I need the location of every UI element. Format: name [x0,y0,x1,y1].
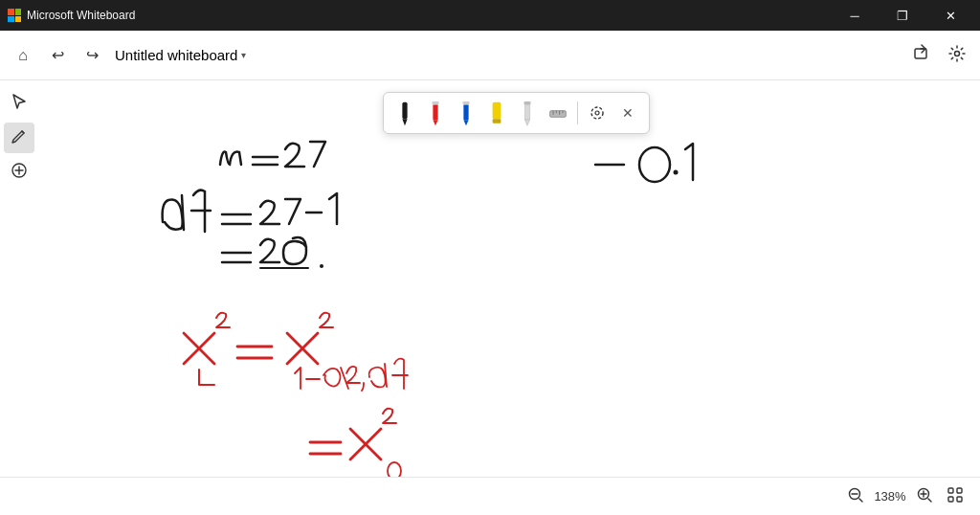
pen-icon [11,127,28,148]
undo-button[interactable]: ↩ [42,40,73,71]
zoom-out-button[interactable] [842,483,869,510]
bottom-bar: 138% [0,477,980,515]
minimize-button[interactable]: ─ [833,0,877,31]
fit-to-screen-icon [947,486,964,507]
close-toolbar-button[interactable]: ✕ [614,100,641,126]
svg-rect-13 [524,101,531,105]
svg-marker-10 [463,120,468,125]
app-bar: ⌂ ↩ ↪ Untitled whiteboard ▾ [0,31,980,80]
zoom-out-icon [847,486,864,507]
svg-rect-6 [433,104,437,120]
svg-line-52 [928,499,931,502]
svg-point-35 [639,147,670,182]
svg-marker-4 [402,119,407,125]
svg-rect-9 [463,104,468,120]
close-icon: ✕ [622,105,634,121]
share-icon [913,43,932,67]
zoom-level-label: 138% [873,489,907,504]
svg-rect-8 [463,101,470,105]
redo-button[interactable]: ↪ [77,40,107,71]
svg-marker-15 [524,120,529,125]
canvas-area[interactable]: ✕ [38,80,980,515]
red-pen-tool[interactable] [422,97,449,129]
zoom-in-icon [916,486,933,507]
ruler-tool[interactable] [545,97,571,129]
svg-rect-16 [550,111,567,118]
add-tool-button[interactable] [4,157,34,188]
fit-to-screen-button[interactable] [942,483,969,510]
ms-logo-icon [8,9,21,22]
svg-point-21 [591,107,603,119]
svg-point-22 [595,111,599,115]
left-sidebar [0,80,38,195]
svg-rect-3 [402,102,407,120]
chevron-down-icon: ▾ [241,50,246,60]
svg-rect-54 [957,488,962,493]
light-pen-tool[interactable] [514,97,541,129]
app-bar-right [907,40,972,71]
select-tool-button[interactable] [4,88,34,119]
svg-rect-5 [433,101,439,105]
lasso-button[interactable] [584,100,611,126]
svg-point-33 [320,264,323,268]
svg-point-36 [674,170,679,175]
svg-rect-11 [493,102,501,120]
document-title: Untitled whiteboard [115,47,237,63]
window-controls: ─ ❐ ✕ [833,0,972,31]
svg-rect-53 [948,488,953,493]
blue-pen-tool[interactable] [453,97,479,129]
svg-rect-12 [493,119,501,123]
zoom-in-button[interactable] [911,483,938,510]
settings-button[interactable] [942,40,972,71]
document-title-area[interactable]: Untitled whiteboard ▾ [115,47,246,63]
undo-icon: ↩ [52,46,64,64]
gear-icon [947,44,967,67]
pen-tool-button[interactable] [4,123,34,153]
title-bar: Microsoft Whiteboard ─ ❐ ✕ [0,0,980,31]
svg-point-1 [955,51,960,56]
svg-line-48 [859,499,862,502]
svg-rect-56 [957,497,962,502]
select-icon [11,93,28,114]
share-button[interactable] [907,40,938,71]
black-pen-tool[interactable] [391,97,418,129]
whiteboard-drawing [38,80,980,515]
svg-marker-7 [433,120,437,125]
toolbar-separator [577,101,578,124]
title-bar-left: Microsoft Whiteboard [8,9,135,22]
svg-rect-55 [948,497,953,502]
add-icon [11,162,28,183]
title-bar-title: Microsoft Whiteboard [27,9,135,22]
svg-rect-14 [524,104,529,120]
close-button[interactable]: ✕ [928,0,972,31]
pen-toolbar: ✕ [383,92,650,134]
home-icon: ⌂ [18,47,28,64]
restore-button[interactable]: ❐ [880,0,924,31]
yellow-pen-tool[interactable] [483,97,510,129]
home-button[interactable]: ⌂ [8,40,38,71]
redo-icon: ↪ [86,46,99,64]
